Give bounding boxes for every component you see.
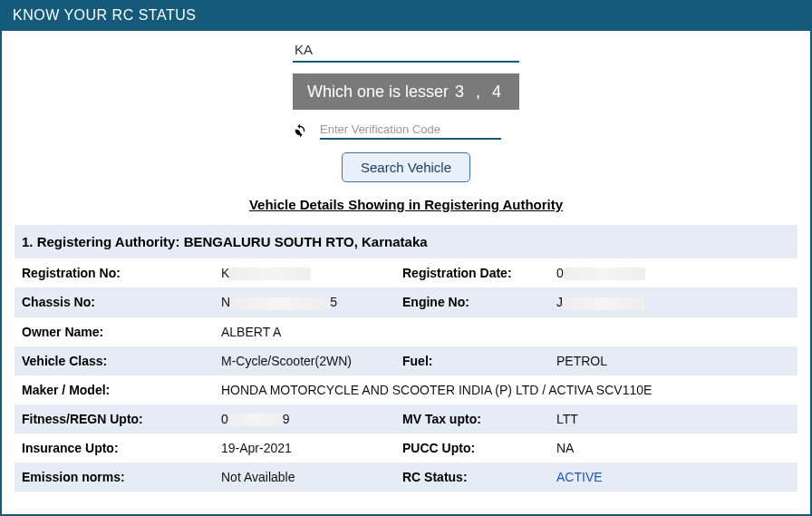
mvtax-label: MV Tax upto: bbox=[395, 404, 549, 433]
reg-date-value: 0 bbox=[549, 258, 798, 287]
registration-input[interactable] bbox=[293, 38, 519, 63]
verification-input[interactable] bbox=[320, 121, 501, 140]
fuel-value: PETROL bbox=[549, 346, 798, 375]
captcha-challenge: Which one is lesser 3 , 4 bbox=[293, 73, 519, 110]
maker-label: Maker / Model: bbox=[14, 375, 214, 404]
reg-date-label: Registration Date: bbox=[395, 258, 549, 287]
chassis-value: N5 bbox=[214, 287, 395, 316]
panel-content: Which one is lesser 3 , 4 Search Vehicle… bbox=[2, 31, 810, 501]
redacted bbox=[230, 297, 330, 310]
emission-value: Not Available bbox=[214, 462, 395, 492]
emission-label: Emission norms: bbox=[14, 462, 214, 492]
reg-no-label: Registration No: bbox=[14, 258, 214, 287]
captcha-numbers: 3 , 4 bbox=[455, 83, 505, 102]
redacted bbox=[228, 414, 283, 426]
captcha-question: Which one is lesser bbox=[307, 83, 449, 102]
redacted bbox=[563, 297, 644, 310]
class-label: Vehicle Class: bbox=[14, 346, 214, 375]
redacted bbox=[229, 268, 311, 280]
maker-value: HONDA MOTORCYCLE AND SCOOTER INDIA (P) L… bbox=[214, 375, 798, 404]
fuel-label: Fuel: bbox=[395, 346, 549, 375]
verification-row bbox=[293, 121, 519, 140]
engine-value: J bbox=[549, 287, 798, 316]
panel-title: KNOW YOUR RC STATUS bbox=[13, 7, 196, 23]
fitness-value: 09 bbox=[214, 404, 395, 433]
refresh-icon[interactable] bbox=[293, 123, 307, 138]
search-vehicle-button[interactable]: Search Vehicle bbox=[342, 152, 470, 182]
panel-header: KNOW YOUR RC STATUS bbox=[2, 0, 810, 31]
pucc-value: NA bbox=[549, 433, 798, 462]
registering-authority-row: 1. Registering Authority: BENGALURU SOUT… bbox=[14, 225, 798, 258]
maker-row: Maker / Model: HONDA MOTORCYCLE AND SCOO… bbox=[14, 375, 798, 404]
section-title: Vehicle Details Showing in Registering A… bbox=[2, 191, 810, 225]
search-form: Which one is lesser 3 , 4 Search Vehicle bbox=[2, 31, 810, 191]
engine-label: Engine No: bbox=[395, 287, 549, 316]
mvtax-value: LTT bbox=[549, 404, 798, 433]
authority-label: 1. Registering Authority: bbox=[22, 234, 179, 249]
redacted bbox=[564, 268, 645, 280]
authority-value: BENGALURU SOUTH RTO, Karnataka bbox=[184, 234, 428, 249]
details-grid: Registration No: K Registration Date: 0 … bbox=[14, 258, 798, 375]
rc-status-value: ACTIVE bbox=[549, 462, 798, 492]
class-value: M-Cycle/Scooter(2WN) bbox=[214, 346, 395, 375]
owner-label: Owner Name: bbox=[14, 317, 214, 346]
pucc-label: PUCC Upto: bbox=[395, 433, 549, 462]
details-grid-2: Fitness/REGN Upto: 09 MV Tax upto: LTT I… bbox=[14, 404, 798, 492]
rc-status-panel: KNOW YOUR RC STATUS Which one is lesser … bbox=[0, 0, 812, 516]
insurance-value: 19-Apr-2021 bbox=[214, 433, 395, 462]
fitness-label: Fitness/REGN Upto: bbox=[14, 404, 214, 433]
rc-status-label: RC Status: bbox=[395, 462, 549, 492]
reg-no-value: K bbox=[214, 258, 395, 287]
insurance-label: Insurance Upto: bbox=[14, 433, 214, 462]
vehicle-details: 1. Registering Authority: BENGALURU SOUT… bbox=[2, 225, 810, 501]
chassis-label: Chassis No: bbox=[14, 287, 214, 316]
owner-value: ALBERT A bbox=[214, 317, 395, 346]
